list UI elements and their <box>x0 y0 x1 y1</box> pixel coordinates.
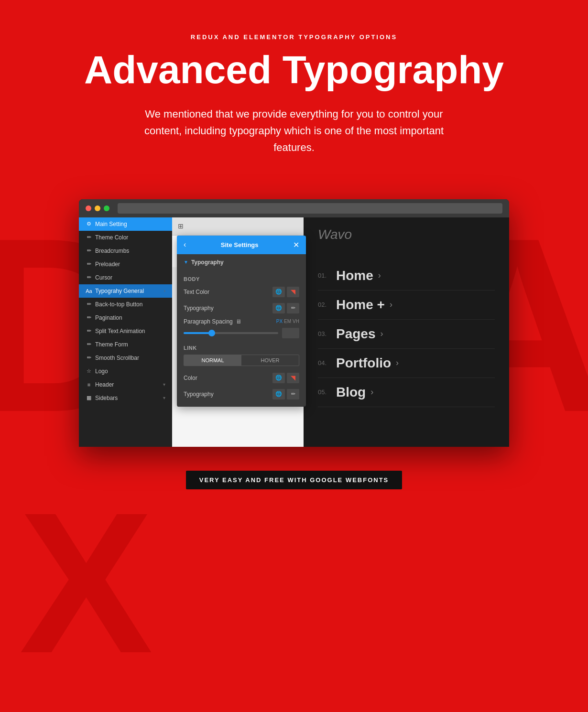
slider-row <box>184 328 299 338</box>
typography-row-1: Typography 🌐 ✏ <box>177 300 306 316</box>
elementor-panel: ‹ Site Settings ✕ ▼ Typography Body <box>177 236 306 407</box>
tab-hover[interactable]: HOVER <box>241 355 299 366</box>
pencil-icon-6: ✏ <box>86 314 92 321</box>
sidebar-item-typography-general[interactable]: Aa Typograhy General › <box>79 284 172 298</box>
hero-description: We mentioned that we provide everything … <box>127 106 461 156</box>
panel-content-body: Body Text Color 🌐 ◥ <box>177 270 306 406</box>
browser-dot-green <box>104 205 109 211</box>
nav-num-2: 03. <box>318 330 331 337</box>
body-label: Body <box>177 273 306 284</box>
arrow-icon-header: ▾ <box>163 382 165 387</box>
sidebar-item-theme-color[interactable]: ✏ Theme Color <box>79 231 172 244</box>
text-color-label: Text Color <box>184 289 209 295</box>
text-color-controls: 🌐 ◥ <box>272 287 299 297</box>
edit-icon-btn-1[interactable]: ✏ <box>287 303 299 313</box>
sidebar-item-preloader[interactable]: ✏ Preloader <box>79 258 172 271</box>
sidebar-item-split-text[interactable]: ✏ Split Text Animation <box>79 324 172 338</box>
nav-num-1: 02. <box>318 301 331 308</box>
globe-icon-btn-2[interactable]: 🌐 <box>272 303 285 313</box>
nav-item-1: 02. Home + › <box>318 291 495 320</box>
gear-icon: ⚙ <box>86 221 92 227</box>
sidebar-item-sidebars[interactable]: ▦ Sidebars ▾ <box>79 391 172 405</box>
link-tabs: NORMAL HOVER <box>184 355 299 366</box>
nav-arrow-3: › <box>396 358 399 368</box>
unit-em[interactable]: EM <box>284 319 291 324</box>
color-controls: 🌐 ◥ <box>272 373 299 383</box>
grid-icon: ▦ <box>86 395 92 401</box>
sidebar-item-header[interactable]: ≡ Header ▾ <box>79 378 172 391</box>
nav-item-2: 03. Pages › <box>318 320 495 349</box>
color-label: Color <box>184 375 197 381</box>
nav-link-0: Home <box>336 268 373 283</box>
nav-arrow-1: › <box>390 300 392 310</box>
sidebar: ⚙ Main Setting ✏ Theme Color ✏ Breadcrum… <box>79 217 172 447</box>
typography-controls-1: 🌐 ✏ <box>272 303 299 313</box>
slider-thumb <box>208 330 215 336</box>
typography-controls-2: 🌐 ✏ <box>272 389 299 399</box>
sidebar-item-pagination[interactable]: ✏ Pagination <box>79 311 172 324</box>
slider-value-input[interactable] <box>282 328 299 338</box>
browser-window: ⚙ Main Setting ✏ Theme Color ✏ Breadcrum… <box>79 199 509 447</box>
typography-section-header[interactable]: ▼ Typography <box>177 254 306 270</box>
typography-label-2: Typography <box>184 391 214 398</box>
nav-num-3: 04. <box>318 359 331 367</box>
nav-link-3: Portfolio <box>336 356 391 371</box>
footer-badge: VERY EASY AND FREE WITH GOOGLE WEBFONTS <box>186 471 403 489</box>
text-color-row: Text Color 🌐 ◥ <box>177 284 306 300</box>
pencil-icon-2: ✏ <box>86 248 92 254</box>
sidebar-item-smooth-scrollbar[interactable]: ✏ Smooth Scrollbar <box>79 351 172 365</box>
sidebar-item-logo[interactable]: ☆ Logo <box>79 365 172 378</box>
typography-label-1: Typography <box>184 305 214 312</box>
slider-track[interactable] <box>184 332 278 334</box>
nav-num-4: 05. <box>318 388 331 396</box>
panel-close-button[interactable]: ✕ <box>293 240 299 249</box>
spacing-row: Paragraph Spacing 🖥 PX EM VH <box>177 316 306 342</box>
admin-panel: ⚙ Main Setting ✏ Theme Color ✏ Breadcrum… <box>79 217 509 447</box>
unit-vh[interactable]: VH <box>293 319 299 324</box>
pencil-icon-4: ✏ <box>86 274 92 280</box>
menu-icon: ≡ <box>86 382 92 388</box>
sidebar-item-main-setting[interactable]: ⚙ Main Setting <box>79 217 172 231</box>
spacing-label: Paragraph Spacing 🖥 <box>184 318 241 325</box>
panel-title: Site Settings <box>186 241 293 248</box>
globe-icon-btn-4[interactable]: 🌐 <box>272 389 285 399</box>
arrow-icon-typography: › <box>164 288 165 293</box>
arrow-icon-sidebars: ▾ <box>163 395 165 400</box>
nav-arrow-2: › <box>381 329 383 339</box>
screenshot-area: ⚙ Main Setting ✏ Theme Color ✏ Breadcrum… <box>79 199 509 447</box>
sidebar-item-cursor[interactable]: ✏ Cursor <box>79 271 172 284</box>
nav-link-2: Pages <box>336 326 376 342</box>
tab-normal[interactable]: NORMAL <box>184 355 241 366</box>
nav-arrow-4: › <box>370 387 373 397</box>
color-picker-btn-1[interactable]: ◥ <box>287 287 299 297</box>
slider-fill <box>184 332 212 334</box>
pencil-icon-9: ✏ <box>86 355 92 361</box>
monitor-icon: 🖥 <box>236 318 241 325</box>
hero-section: REDUX AND ELEMENTOR TYPOGRAPHY OPTIONS A… <box>0 0 588 180</box>
unit-px[interactable]: PX <box>276 319 283 324</box>
spacing-top-row: Paragraph Spacing 🖥 PX EM VH <box>184 318 299 325</box>
footer-section: VERY EASY AND FREE WITH GOOGLE WEBFONTS <box>0 447 588 518</box>
edit-icon-btn-2[interactable]: ✏ <box>287 389 299 399</box>
typography-section: ▼ Typography Body Text Color 🌐 <box>177 254 306 407</box>
subtitle-label: REDUX AND ELEMENTOR TYPOGRAPHY OPTIONS <box>29 33 559 41</box>
nav-arrow-0: › <box>378 270 381 280</box>
browser-dot-yellow <box>95 205 100 211</box>
nav-item-4: 05. Blog › <box>318 378 495 407</box>
sidebar-item-breadcrumbs[interactable]: ✏ Breadcrumbs <box>79 244 172 258</box>
pencil-icon-1: ✏ <box>86 234 92 240</box>
browser-dot-red <box>86 205 91 211</box>
browser-topbar <box>79 199 509 217</box>
panel-header: ‹ Site Settings ✕ <box>177 236 306 254</box>
sidebar-item-theme-form[interactable]: ✏ Theme Form <box>79 338 172 351</box>
sidebar-item-back-to-top[interactable]: ✏ Back-to-top Button <box>79 298 172 311</box>
pencil-icon-5: ✏ <box>86 301 92 307</box>
globe-icon-btn-1[interactable]: 🌐 <box>272 287 285 297</box>
typography-row-2: Typography 🌐 ✏ <box>177 386 306 402</box>
grid-view-icon: ⊞ <box>178 222 184 230</box>
star-icon: ☆ <box>86 368 92 374</box>
color-picker-btn-2[interactable]: ◥ <box>287 373 299 383</box>
pencil-icon-3: ✏ <box>86 261 92 267</box>
globe-icon-btn-3[interactable]: 🌐 <box>272 373 285 383</box>
unit-tabs: PX EM VH <box>276 319 299 324</box>
